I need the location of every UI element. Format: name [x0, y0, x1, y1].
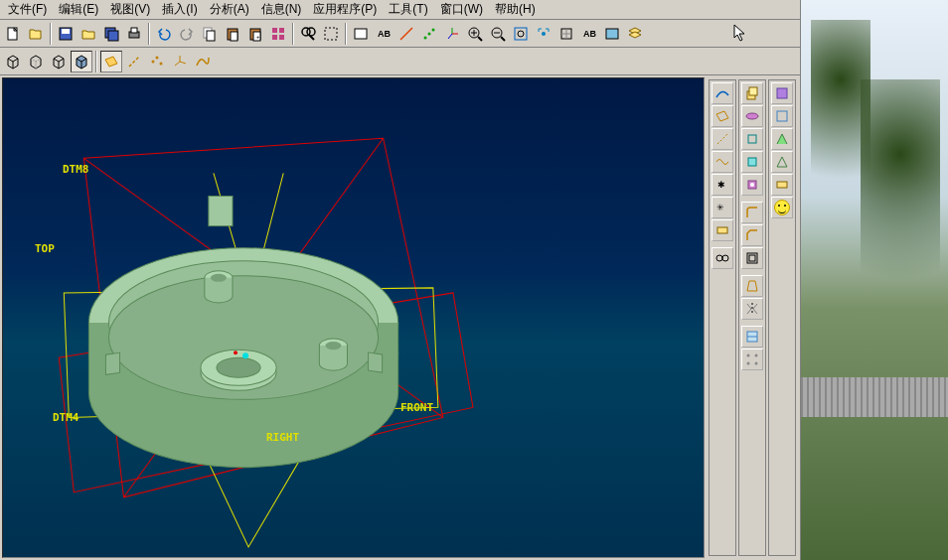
style-tool-2[interactable] — [771, 105, 793, 127]
shell-tool[interactable] — [741, 247, 763, 269]
sketch-tool[interactable] — [711, 219, 733, 241]
datum-curve-toggle[interactable] — [192, 51, 214, 72]
svg-rect-94 — [777, 88, 787, 98]
layer-button[interactable] — [624, 23, 646, 45]
svg-line-36 — [501, 37, 505, 41]
mirror-tool[interactable] — [741, 298, 763, 320]
style-tool-5[interactable] — [771, 174, 793, 196]
save-copy-button[interactable] — [100, 23, 122, 45]
datum-csys-toggle[interactable] — [169, 51, 191, 72]
csys-tool[interactable]: ✳ — [711, 197, 733, 218]
menu-info[interactable]: 信息(N) — [255, 0, 308, 20]
shade-button[interactable] — [71, 51, 92, 72]
point-tool[interactable]: ✱ — [711, 174, 733, 196]
svg-rect-2 — [62, 29, 70, 34]
svg-line-44 — [129, 57, 139, 67]
smiley-icon[interactable] — [771, 197, 793, 218]
style-palette — [768, 79, 796, 556]
chamfer-tool[interactable] — [741, 224, 763, 246]
menu-help[interactable]: 帮助(H) — [489, 0, 542, 20]
datum-plane-toggle[interactable] — [100, 51, 122, 72]
svg-text:+: + — [256, 34, 260, 40]
datum-point-toggle[interactable] — [146, 51, 168, 72]
redo-button[interactable] — [176, 23, 198, 45]
datum-label-dtm4: DTM4 — [53, 411, 79, 424]
paste-button[interactable] — [222, 23, 243, 45]
shade-toggle-button[interactable] — [601, 23, 623, 45]
print-button[interactable] — [123, 23, 145, 45]
svg-point-93 — [755, 362, 758, 365]
revolve-tool[interactable] — [741, 105, 763, 127]
datum-axis-toggle[interactable] — [123, 51, 145, 72]
style-tool-4[interactable] — [771, 151, 793, 173]
zoom-in-button[interactable] — [464, 23, 486, 45]
undo-button[interactable] — [153, 23, 175, 45]
menu-analysis[interactable]: 分析(A) — [204, 0, 255, 20]
datum-label-right: RIGHT — [266, 431, 299, 444]
open-button[interactable] — [25, 23, 47, 45]
menu-tools[interactable]: 工具(T) — [383, 0, 433, 20]
svg-point-25 — [424, 36, 427, 39]
ab-toggle-button[interactable]: AB — [578, 23, 600, 45]
draft-tool[interactable] — [741, 275, 763, 297]
separator — [148, 23, 150, 45]
no-hidden-button[interactable] — [48, 51, 70, 72]
pattern-tool[interactable] — [741, 349, 763, 370]
svg-point-80 — [746, 113, 758, 119]
zoom-out-button[interactable] — [487, 23, 509, 45]
svg-rect-8 — [207, 31, 215, 41]
copy-button[interactable] — [199, 23, 221, 45]
menu-file[interactable]: 文件(F) — [2, 0, 53, 20]
point-tool-button[interactable] — [418, 23, 440, 45]
zoom-window-button[interactable] — [510, 23, 532, 45]
svg-text:AB: AB — [378, 29, 391, 39]
axis-tool[interactable] — [711, 128, 733, 150]
sweep-tool[interactable] — [741, 128, 763, 150]
svg-rect-81 — [748, 135, 756, 143]
svg-text:AB: AB — [583, 29, 596, 39]
svg-point-62 — [217, 357, 260, 377]
folder-button[interactable] — [78, 23, 99, 45]
refit-button[interactable] — [533, 23, 554, 45]
menu-applications[interactable]: 应用程序(P) — [307, 0, 383, 20]
svg-rect-82 — [748, 158, 756, 166]
csys-button[interactable] — [441, 23, 463, 45]
new-button[interactable] — [2, 23, 24, 45]
menu-view[interactable]: 视图(V) — [104, 0, 156, 20]
find-button[interactable] — [297, 23, 319, 45]
repaint-button[interactable] — [555, 23, 577, 45]
menu-edit[interactable]: 编辑(E) — [53, 0, 104, 20]
cad-application-window: 文件(F) 编辑(E) 视图(V) 插入(I) 分析(A) 信息(N) 应用程序… — [0, 0, 801, 560]
hole-tool[interactable] — [741, 174, 763, 196]
datum-label-front: FRONT — [400, 401, 433, 414]
chain-tool[interactable] — [711, 247, 733, 269]
workspace: DTM8 TOP DTM4 RIGHT FRONT ✱ ✳ — [0, 75, 800, 560]
curve-tool[interactable] — [711, 82, 733, 104]
paste-special-button[interactable]: + — [244, 23, 266, 45]
svg-rect-22 — [355, 29, 367, 39]
style-tool-1[interactable] — [771, 82, 793, 104]
menu-window[interactable]: 窗口(W) — [434, 0, 489, 20]
spline-tool[interactable] — [711, 151, 733, 173]
plane-tool[interactable] — [711, 105, 733, 127]
menu-insert[interactable]: 插入(I) — [156, 0, 203, 20]
hidden-line-button[interactable] — [25, 51, 47, 72]
blend-tool[interactable] — [741, 151, 763, 173]
svg-point-26 — [428, 32, 431, 35]
section-tool[interactable] — [741, 326, 763, 348]
svg-point-39 — [518, 31, 524, 37]
save-button[interactable] — [55, 23, 77, 45]
line-tool-button[interactable] — [395, 23, 417, 45]
select-button[interactable] — [320, 23, 342, 45]
model-canvas — [3, 78, 704, 557]
style-tool-3[interactable] — [771, 128, 793, 150]
regenerate-button[interactable] — [267, 23, 289, 45]
desktop-background — [801, 0, 948, 560]
wireframe-button[interactable] — [2, 51, 24, 72]
round-tool[interactable] — [741, 202, 763, 223]
3d-viewport[interactable]: DTM8 TOP DTM4 RIGHT FRONT — [2, 77, 705, 558]
svg-rect-43 — [606, 29, 618, 39]
ab-label-button[interactable]: AB — [373, 23, 395, 45]
extrude-tool[interactable] — [741, 82, 763, 104]
view-manager-button[interactable] — [350, 23, 372, 45]
